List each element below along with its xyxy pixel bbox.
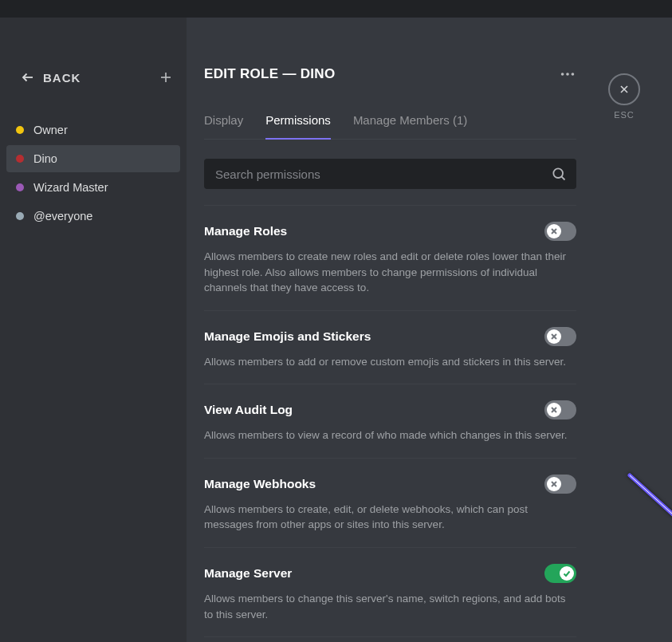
- permission-row: Manage Emojis and StickersAllows members…: [204, 311, 576, 385]
- search-permissions[interactable]: [204, 159, 576, 189]
- role-name: Owner: [33, 124, 68, 136]
- permission-title: Manage Webhooks: [204, 477, 316, 491]
- role-name: Wizard Master: [33, 181, 108, 194]
- role-name: @everyone: [33, 210, 92, 223]
- permission-description: Allows members to add or remove custom e…: [204, 354, 576, 370]
- esc-label: ESC: [614, 110, 635, 120]
- permission-row: Manage WebhooksAllows members to create,…: [204, 459, 576, 548]
- permission-title: Manage Roles: [204, 224, 287, 238]
- roles-sidebar: BACK OwnerDinoWizard Master@everyone: [0, 18, 187, 642]
- permission-description: Allows members to view a record of who m…: [204, 427, 576, 443]
- permission-toggle[interactable]: [544, 564, 576, 583]
- more-options-button[interactable]: [559, 65, 576, 83]
- plus-icon: [159, 70, 173, 85]
- window-titlebar: [0, 0, 672, 18]
- tab-permissions[interactable]: Permissions: [265, 104, 331, 140]
- permission-toggle[interactable]: [544, 327, 576, 346]
- role-color-dot: [16, 183, 24, 191]
- sidebar-role-item[interactable]: Owner: [6, 116, 180, 144]
- annotation-arrow: [620, 466, 672, 593]
- permission-row: Manage ServerAllows members to change th…: [204, 548, 576, 637]
- permission-title: View Audit Log: [204, 403, 293, 417]
- svg-point-6: [566, 73, 569, 76]
- permission-toggle[interactable]: [544, 475, 576, 494]
- sidebar-role-item[interactable]: @everyone: [6, 203, 180, 230]
- close-panel: ESC: [608, 73, 640, 120]
- permission-title: Manage Server: [204, 566, 292, 581]
- check-icon: [560, 566, 574, 581]
- permission-description: Allows members to create, edit, or delet…: [204, 502, 576, 533]
- search-input[interactable]: [214, 167, 551, 182]
- svg-point-5: [561, 73, 564, 76]
- x-icon: [547, 329, 561, 344]
- svg-point-8: [553, 168, 563, 178]
- permission-toggle[interactable]: [544, 400, 576, 419]
- permission-description: Allows members to create new roles and e…: [204, 249, 576, 296]
- arrow-left-icon: [21, 70, 35, 85]
- permission-title: Manage Emojis and Stickers: [204, 329, 371, 344]
- svg-point-7: [572, 73, 575, 76]
- permission-toggle[interactable]: [544, 222, 576, 241]
- dots-horizontal-icon: [559, 65, 576, 83]
- svg-line-9: [561, 176, 564, 179]
- search-icon: [551, 166, 567, 182]
- role-color-dot: [16, 155, 24, 163]
- x-icon: [547, 403, 561, 417]
- role-color-dot: [16, 212, 24, 220]
- x-icon: [547, 224, 561, 238]
- close-button[interactable]: [608, 73, 640, 105]
- back-button[interactable]: BACK: [21, 70, 81, 85]
- page-title: EDIT ROLE — DINO: [204, 66, 335, 82]
- role-name: Dino: [33, 152, 57, 165]
- permission-row: View Audit LogAllows members to view a r…: [204, 384, 576, 459]
- permission-row: Manage RolesAllows members to create new…: [204, 206, 576, 311]
- sidebar-role-item[interactable]: Wizard Master: [6, 174, 180, 201]
- permission-description: Allows members to change this server's n…: [204, 591, 576, 622]
- svg-line-18: [630, 475, 672, 568]
- role-color-dot: [16, 126, 24, 134]
- tab-manage-members[interactable]: Manage Members (1): [353, 104, 467, 139]
- main-panel: ESC EDIT ROLE — DINO DisplayPermissionsM…: [187, 18, 672, 642]
- back-label: BACK: [43, 71, 81, 85]
- svg-line-19: [630, 475, 672, 568]
- sidebar-role-item[interactable]: Dino: [6, 145, 180, 172]
- close-icon: [618, 83, 631, 96]
- x-icon: [547, 477, 561, 491]
- tab-display[interactable]: Display: [204, 104, 243, 139]
- add-role-button[interactable]: [156, 68, 175, 87]
